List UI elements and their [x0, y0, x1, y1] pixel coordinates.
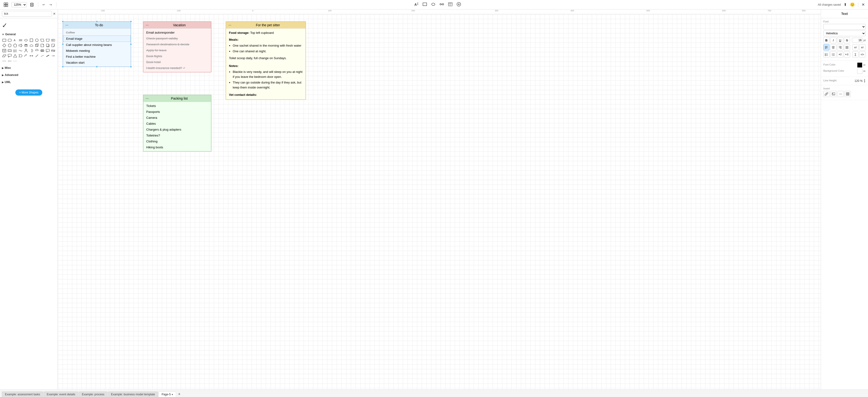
search-input[interactable] [2, 11, 52, 17]
shape-ribbon[interactable] [51, 48, 56, 53]
shape-chat[interactable] [45, 48, 50, 53]
page-grid-btn[interactable] [2, 2, 9, 8]
font-style-select[interactable] [823, 24, 866, 30]
tab-page-5[interactable]: Page-5 ▾ [158, 392, 176, 397]
search-clear-btn[interactable]: ✕ [53, 12, 56, 16]
drag-handle-tl[interactable] [62, 21, 64, 23]
redo-btn[interactable]: ↪ [48, 2, 53, 7]
bg-color-edit-btn[interactable]: ✏ [863, 69, 866, 73]
shape-rect3[interactable] [7, 48, 12, 53]
insert-link-btn[interactable] [823, 91, 830, 97]
shape-rect2[interactable] [29, 38, 34, 42]
subscript-btn[interactable]: x2 [852, 44, 859, 50]
uml-section-header[interactable]: ▶ UML [0, 80, 58, 85]
zoom-select[interactable]: 125% [11, 2, 27, 7]
packing-collapse-btn[interactable]: — [146, 97, 149, 100]
strike-btn[interactable]: S [844, 37, 850, 43]
bg-color-swatch[interactable] [857, 68, 862, 74]
general-section-header[interactable]: ▼ General [0, 32, 58, 37]
shape-text[interactable]: A [13, 38, 18, 42]
insert-table-btn[interactable] [845, 91, 851, 97]
shape-stadium[interactable] [40, 48, 45, 53]
shape-medline[interactable] [45, 54, 50, 58]
align-left-btn[interactable] [823, 44, 830, 50]
line-height-down-btn[interactable]: ▼ [864, 81, 866, 83]
shape-callout[interactable] [7, 54, 12, 58]
close-editor-btn[interactable]: ✕ [861, 1, 866, 8]
shape-dotlist[interactable] [13, 48, 18, 53]
underline-btn[interactable]: U [837, 37, 843, 43]
drag-handle-bm[interactable] [96, 66, 98, 68]
font-name-select[interactable]: Helvetica [823, 30, 866, 36]
drag-handle-mr[interactable] [130, 43, 132, 45]
shape-wave[interactable] [18, 48, 23, 53]
shape-ellipse[interactable] [24, 38, 28, 42]
drag-handle-br[interactable] [130, 66, 132, 68]
font-color-edit-btn[interactable]: ✏ [863, 63, 866, 67]
shape-cylinder[interactable] [24, 43, 28, 48]
italic-btn[interactable]: I [830, 37, 836, 43]
todo-item-email[interactable]: Email triage [63, 35, 131, 42]
shape-curvedarrow[interactable] [24, 54, 28, 58]
indent-increase-btn[interactable] [844, 51, 850, 57]
shape-circle[interactable] [34, 38, 39, 42]
insert-image-btn[interactable] [831, 91, 837, 97]
shape-dashes1[interactable] [2, 59, 7, 63]
add-tab-btn[interactable]: + [177, 391, 182, 397]
drag-handle-bl[interactable] [62, 66, 64, 68]
shape-hex[interactable] [7, 43, 12, 48]
shape-doublearrow[interactable] [29, 54, 34, 58]
ordered-list-btn[interactable]: 1. 2. 3. [830, 51, 836, 57]
rect-tool-btn[interactable] [422, 1, 428, 8]
superscript-btn[interactable]: x2 [859, 44, 865, 50]
shape-half-circle[interactable] [34, 48, 39, 53]
shape-arrow[interactable] [18, 43, 23, 48]
shape-dashes2[interactable] [7, 59, 12, 63]
table-tool-btn[interactable] [447, 1, 454, 8]
vacation-collapse-btn[interactable]: — [146, 23, 149, 27]
shape-dashes3[interactable] [13, 59, 18, 63]
shape-doc[interactable] [40, 43, 45, 48]
shape-person[interactable] [24, 48, 28, 53]
bold-btn[interactable]: B [823, 37, 830, 43]
misc-section-header[interactable]: ▶ Misc [0, 65, 58, 70]
font-size-input[interactable] [852, 38, 863, 43]
shape-rounded-rect[interactable] [7, 38, 12, 42]
code-btn[interactable]: </> [859, 51, 865, 57]
drag-handle-tr[interactable] [130, 21, 132, 23]
flow-tool-btn[interactable] [438, 1, 445, 8]
shape-lines[interactable] [18, 38, 23, 42]
shape-thinline[interactable] [40, 54, 45, 58]
shape-more[interactable] [51, 38, 56, 42]
shape-trap[interactable] [45, 38, 50, 42]
shape-step[interactable] [2, 54, 7, 58]
text-tool-btn[interactable]: A [413, 1, 420, 8]
pet-collapse-btn[interactable]: — [228, 23, 231, 27]
more-shapes-btn[interactable]: + More Shapes [16, 89, 42, 95]
save-btn[interactable] [29, 2, 35, 7]
align-center-btn[interactable] [830, 44, 836, 50]
shape-diamond[interactable] [2, 43, 7, 48]
formula-btn[interactable]: ∑ [852, 51, 859, 57]
insert-hr-btn[interactable]: — [838, 91, 844, 97]
shape-box3d[interactable] [34, 43, 39, 48]
shape-crescent[interactable] [29, 48, 34, 53]
todo-collapse-btn[interactable]: — [65, 23, 68, 27]
shape-table[interactable] [2, 48, 7, 53]
tick-icon[interactable]: ✓ [2, 22, 7, 29]
shape-multi[interactable] [45, 43, 50, 48]
shape-chevron[interactable] [18, 54, 23, 58]
advanced-section-header[interactable]: ▶ Advanced [0, 73, 58, 78]
circle-tool-btn[interactable] [430, 1, 437, 8]
shape-arrline[interactable] [51, 54, 56, 58]
shape-para[interactable] [40, 38, 45, 42]
shape-penta[interactable] [13, 43, 18, 48]
unordered-list-btn[interactable] [823, 51, 830, 57]
shape-diagonal[interactable] [34, 54, 39, 58]
canvas-scroll[interactable]: — To do Coffee Email triage Call supplie… [58, 14, 821, 390]
drag-handle-ml[interactable] [62, 43, 64, 45]
align-right-btn[interactable] [837, 44, 843, 50]
plus-tool-btn[interactable] [456, 1, 462, 8]
undo-btn[interactable]: ↩ [41, 2, 46, 7]
shape-note[interactable] [51, 43, 56, 48]
